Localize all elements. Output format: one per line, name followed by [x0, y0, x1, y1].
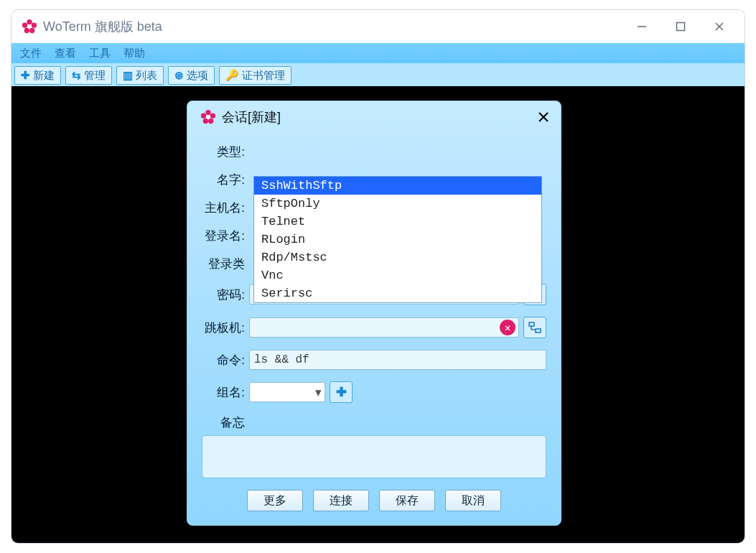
swap-icon: ⇆: [72, 69, 81, 82]
svg-point-13: [203, 118, 208, 124]
type-option-serial[interactable]: Serirsc: [254, 284, 541, 302]
label-host: 主机名:: [202, 200, 245, 216]
toolbar-list[interactable]: ▥列表: [116, 66, 164, 85]
cancel-button[interactable]: 取消: [445, 490, 501, 511]
svg-point-1: [22, 23, 27, 28]
save-button[interactable]: 保存: [379, 490, 435, 511]
toolbar-new-label: 新建: [33, 69, 55, 83]
toolbar-cert[interactable]: 🔑证书管理: [219, 66, 291, 85]
minimize-button[interactable]: [622, 12, 661, 41]
key-icon: 🔑: [225, 69, 239, 82]
type-option-vnc[interactable]: Vnc: [254, 266, 541, 284]
dialog-logo-icon: [200, 109, 216, 125]
svg-point-5: [27, 24, 32, 29]
label-command: 命令:: [202, 352, 245, 368]
svg-point-2: [32, 23, 37, 28]
toolbar-options[interactable]: ⊛选项: [168, 66, 215, 85]
svg-point-14: [208, 118, 213, 124]
close-button[interactable]: [700, 12, 739, 41]
label-logintype: 登录类: [202, 256, 245, 272]
browse-jumphost-button[interactable]: [523, 317, 546, 338]
chevron-down-icon: ▾: [315, 385, 322, 400]
group-select[interactable]: ▾: [249, 382, 325, 402]
menu-bar: 文件 查看 工具 帮助: [11, 43, 745, 63]
window-title: WoTerm 旗舰版 beta: [43, 18, 162, 35]
toolbar-cert-label: 证书管理: [242, 69, 285, 83]
type-option-telnet[interactable]: Telnet: [254, 213, 541, 231]
type-option-rdp[interactable]: Rdp/Mstsc: [254, 248, 541, 266]
svg-point-4: [29, 28, 34, 33]
svg-point-12: [210, 113, 215, 118]
plus-icon: ✚: [336, 384, 347, 400]
label-password: 密码:: [202, 287, 245, 303]
add-group-button[interactable]: ✚: [330, 381, 353, 403]
toolbar-manage[interactable]: ⇆管理: [65, 66, 112, 85]
svg-rect-20: [536, 329, 541, 333]
dialog-header: 会话[新建]: [187, 101, 561, 134]
svg-point-0: [27, 19, 32, 24]
label-group: 组名:: [202, 384, 245, 401]
list-icon: ▥: [123, 69, 133, 82]
dialog-title: 会话[新建]: [222, 108, 281, 126]
menu-view[interactable]: 查看: [55, 47, 76, 60]
more-button[interactable]: 更多: [247, 490, 303, 511]
title-bar: WoTerm 旗舰版 beta: [11, 10, 745, 43]
maximize-button[interactable]: [661, 12, 700, 41]
toolbar-manage-label: 管理: [84, 69, 106, 83]
type-option-sftponly[interactable]: SftpOnly: [254, 195, 541, 213]
plus-icon: ✚: [21, 69, 30, 82]
label-type: 类型:: [202, 144, 245, 160]
connect-button[interactable]: 连接: [313, 490, 369, 511]
type-dropdown: SshWithSftp SftpOnly Telnet RLogin Rdp/M…: [253, 176, 542, 303]
svg-point-11: [201, 113, 206, 118]
type-option-rlogin[interactable]: RLogin: [254, 231, 541, 248]
label-name: 名字:: [202, 172, 245, 188]
jumphost-field[interactable]: ✕: [249, 317, 519, 338]
type-option-sshwithsftp[interactable]: SshWithSftp: [254, 177, 541, 195]
svg-rect-19: [529, 322, 534, 326]
command-field[interactable]: ls && df: [249, 350, 546, 370]
menu-file[interactable]: 文件: [20, 47, 42, 60]
menu-help[interactable]: 帮助: [123, 47, 145, 60]
svg-point-10: [205, 110, 210, 115]
toolbar-list-label: 列表: [136, 69, 157, 83]
svg-point-15: [206, 115, 210, 119]
svg-rect-7: [677, 23, 685, 31]
clear-jumphost-button[interactable]: ✕: [500, 320, 515, 335]
new-session-dialog: 会话[新建] 类型: 名字: 主机名: 登录名: 登录类 密码: 跳板机:: [187, 101, 561, 526]
dialog-close-button[interactable]: [535, 108, 552, 126]
memo-textarea[interactable]: [202, 435, 546, 478]
toolbar: ✚新建 ⇆管理 ▥列表 ⊛选项 🔑证书管理: [11, 63, 745, 88]
toolbar-options-label: 选项: [187, 69, 208, 83]
label-jump: 跳板机:: [202, 320, 245, 336]
label-memo: 备忘: [202, 414, 245, 431]
menu-tools[interactable]: 工具: [89, 47, 111, 60]
app-logo-icon: [22, 19, 37, 34]
toolbar-new[interactable]: ✚新建: [14, 66, 61, 85]
label-login: 登录名:: [202, 228, 245, 244]
svg-point-3: [24, 28, 29, 33]
gear-icon: ⊛: [174, 69, 184, 82]
